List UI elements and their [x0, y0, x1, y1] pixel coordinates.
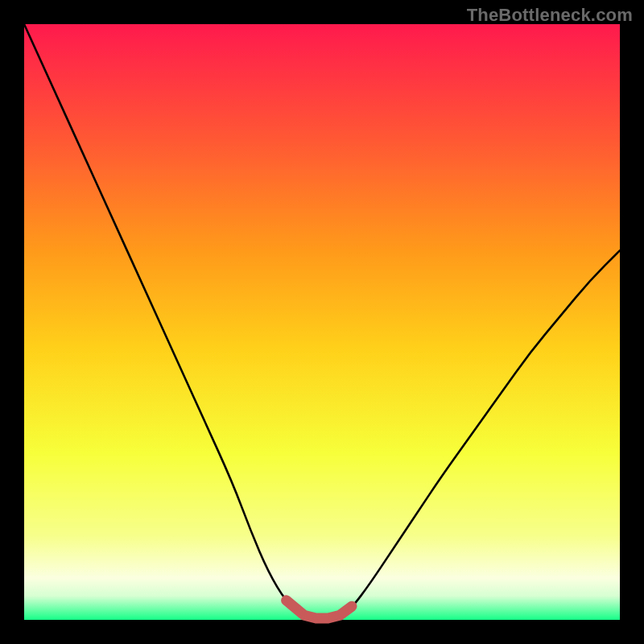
chart-frame: TheBottleneck.com	[0, 0, 644, 644]
plot-background	[24, 24, 620, 620]
watermark-text: TheBottleneck.com	[467, 5, 633, 26]
bottleneck-chart	[0, 0, 644, 644]
